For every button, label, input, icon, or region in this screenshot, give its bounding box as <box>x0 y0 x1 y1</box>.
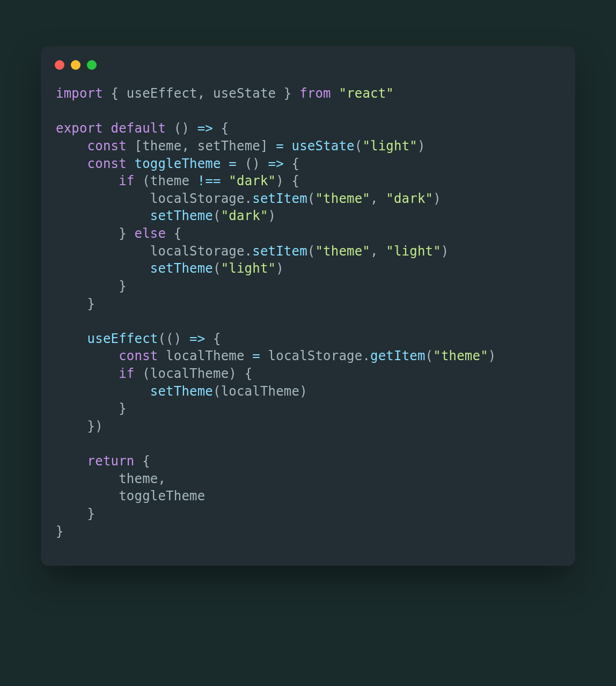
token-id: localStorage <box>150 191 245 206</box>
token-kw: const <box>87 156 127 171</box>
token-pn <box>56 173 119 188</box>
code-line: localStorage.setItem("theme", "dark") <box>56 191 441 206</box>
token-pn: ( <box>213 384 221 399</box>
token-id: setTheme <box>197 138 260 154</box>
token-pn: { <box>284 156 299 171</box>
code-line: const toggleTheme = () => { <box>56 156 299 171</box>
token-fn: setTheme <box>150 384 213 399</box>
token-pn: } <box>276 86 299 101</box>
token-str: "light" <box>362 138 417 154</box>
token-pn: ) <box>441 244 449 259</box>
token-pn: , <box>370 244 386 259</box>
token-pn <box>56 138 87 154</box>
token-kw: const <box>87 138 127 154</box>
token-kw: if <box>119 173 134 188</box>
token-pn <box>56 261 150 276</box>
token-str: "dark" <box>229 173 276 188</box>
token-kw: return <box>87 454 135 469</box>
token-fn: useEffect <box>87 331 158 346</box>
token-pn <box>158 348 166 363</box>
token-pn <box>56 191 150 206</box>
code-line: useEffect(() => { <box>56 331 221 346</box>
token-pn <box>127 156 135 171</box>
token-op: = <box>252 348 260 363</box>
token-pn: { <box>213 121 229 136</box>
token-pn: . <box>245 191 253 206</box>
token-pn: { <box>135 454 150 469</box>
token-pn: ) <box>276 261 284 276</box>
token-id: theme <box>142 138 181 154</box>
token-id: theme <box>150 173 189 188</box>
minimize-icon[interactable] <box>71 60 80 70</box>
token-op: = <box>276 138 284 154</box>
token-id: toggleTheme <box>119 488 205 503</box>
token-kw: if <box>119 366 134 381</box>
token-pn <box>56 488 119 503</box>
token-pn: ) { <box>276 173 299 188</box>
token-pn: ) <box>299 384 307 399</box>
code-line: } else { <box>56 226 181 241</box>
token-pn: { <box>205 331 221 346</box>
token-pn: } <box>56 226 135 241</box>
token-pn: ) <box>268 208 276 223</box>
token-id: useState <box>213 86 276 101</box>
token-pn: ) { <box>229 366 252 381</box>
code-line: setTheme(localTheme) <box>56 384 307 399</box>
token-pn <box>56 244 150 259</box>
token-pn <box>56 366 119 381</box>
token-str: "light" <box>386 244 441 259</box>
code-line: return { <box>56 454 150 469</box>
code-line: localStorage.setItem("theme", "light") <box>56 244 449 259</box>
token-pn: (() <box>158 331 189 346</box>
token-id: theme <box>119 471 158 486</box>
token-str: "light" <box>221 261 276 276</box>
code-line: import { useEffect, useState } from "rea… <box>56 86 394 101</box>
token-pn: ) <box>488 348 496 363</box>
token-pn <box>56 471 119 486</box>
token-str: "react" <box>339 86 394 101</box>
code-line: } <box>56 296 95 311</box>
token-pn: { <box>166 226 181 241</box>
token-pn <box>245 348 253 363</box>
token-pn: , <box>181 138 197 154</box>
token-str: "theme" <box>433 348 488 363</box>
token-pn: , <box>370 191 386 206</box>
token-pn <box>56 348 119 363</box>
token-fn: setItem <box>252 191 307 206</box>
token-pn <box>260 348 268 363</box>
token-kw: else <box>135 226 166 241</box>
window-titlebar <box>41 60 575 85</box>
token-str: "theme" <box>315 191 370 206</box>
token-pn: ( <box>307 244 316 259</box>
code-block[interactable]: import { useEffect, useState } from "rea… <box>41 85 575 540</box>
token-pn <box>284 138 292 154</box>
token-op: => <box>197 121 213 136</box>
token-pn: ) <box>417 138 426 154</box>
token-kw: import <box>56 86 103 101</box>
code-line: setTheme("dark") <box>56 208 276 223</box>
token-pn: ( <box>307 191 316 206</box>
token-pn: , <box>158 471 166 486</box>
token-id: localStorage <box>268 348 363 363</box>
token-str: "dark" <box>386 191 433 206</box>
token-pn: }) <box>56 419 103 434</box>
code-line: const localTheme = localStorage.getItem(… <box>56 348 496 363</box>
maximize-icon[interactable] <box>87 60 97 70</box>
code-line: const [theme, setTheme] = useState("ligh… <box>56 138 426 154</box>
token-pn: ( <box>213 261 221 276</box>
code-line: } <box>56 401 127 416</box>
token-fn: toggleTheme <box>135 156 221 171</box>
token-pn: ( <box>213 208 221 223</box>
token-pn <box>189 173 197 188</box>
close-icon[interactable] <box>55 60 64 70</box>
token-pn: . <box>362 348 370 363</box>
token-kw: from <box>299 86 331 101</box>
token-pn: } <box>56 401 127 416</box>
token-pn: ( <box>135 366 150 381</box>
token-pn: ( <box>355 138 363 154</box>
token-op: => <box>268 156 284 171</box>
token-id: useEffect <box>127 86 197 101</box>
token-pn: ( <box>135 173 150 188</box>
token-fn: getItem <box>370 348 426 363</box>
token-pn: ] <box>260 138 276 154</box>
